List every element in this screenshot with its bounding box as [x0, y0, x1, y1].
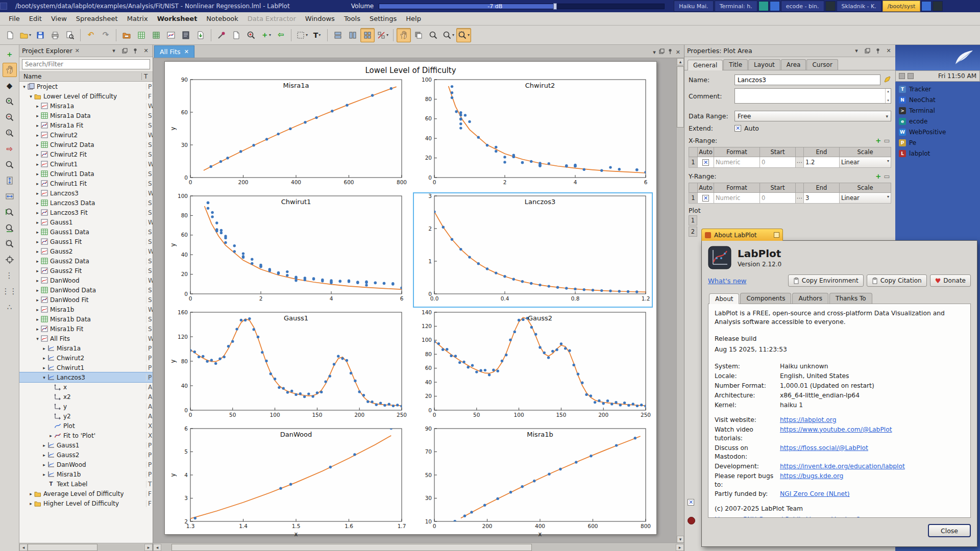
range-scale-select[interactable]: Linear ▾	[840, 157, 891, 168]
plot-row-2[interactable]: 2	[689, 227, 697, 237]
background-window-tile[interactable]	[758, 1, 769, 11]
new-matrix-button[interactable]	[149, 28, 163, 42]
deskbar-logo-box[interactable]	[895, 45, 980, 70]
copy-environment-button[interactable]: Copy Environment	[788, 274, 864, 287]
range-start-cell[interactable]: 0	[760, 157, 796, 168]
extend-auto-checkbox[interactable]: ✕	[734, 125, 741, 132]
tree-item-all-fits[interactable]: ▾All FitsW	[19, 334, 153, 343]
add-plus-button[interactable]: ＋	[3, 47, 17, 61]
plot-visibility-checkbox[interactable]: ✕	[688, 499, 694, 506]
scroll-left-icon[interactable]: ◂	[153, 544, 161, 551]
chevron-right-icon[interactable]: ▸	[48, 433, 54, 438]
menu-spreadsheet[interactable]: Spreadsheet	[71, 13, 122, 24]
zoom-area-button[interactable]	[3, 237, 17, 251]
deskbar-app-webpositive[interactable]: WWebPositive	[895, 127, 980, 137]
tree-item-gauss2[interactable]: ▸Gauss2W	[19, 246, 153, 256]
chevron-down-icon[interactable]: ▾	[653, 49, 656, 56]
chevron-right-icon[interactable]: ▸	[35, 268, 40, 273]
zoom-out-button[interactable]	[3, 110, 17, 124]
layout-break-button[interactable]: ▾	[375, 28, 390, 42]
add-new-button[interactable]: ＋▾	[259, 28, 273, 42]
tree-item-chwirut1[interactable]: ▸Chwirut1W	[19, 159, 153, 169]
chevron-down-icon[interactable]: ▾	[35, 336, 40, 341]
background-window-tile[interactable]	[825, 1, 836, 11]
tree-item-gauss2[interactable]: ▸Gauss2P	[19, 450, 153, 460]
chevron-right-icon[interactable]: ▸	[35, 210, 40, 215]
about-dialog-titlebar[interactable]: About LabPlot	[701, 229, 783, 241]
tree-item-misra1a-fit[interactable]: ▸Misra1a FitS	[19, 120, 153, 130]
external-link[interactable]: https://invent.kde.org/education/labplot	[780, 463, 905, 470]
background-window-tab[interactable]: Haiku Mai.	[674, 1, 713, 12]
zoom-original-button[interactable]: 1	[3, 126, 17, 140]
chevron-right-icon[interactable]: ▸	[35, 307, 40, 312]
background-window-tab[interactable]: Skladnik - K.	[837, 1, 881, 12]
range-start-cell[interactable]: 0	[760, 193, 796, 204]
add-y-range-icon[interactable]: ＋	[874, 172, 883, 181]
navigate-back-button[interactable]: ⇦	[274, 28, 288, 42]
tree-item-chwirut2[interactable]: ▸Chwirut2P	[19, 353, 153, 363]
chevron-right-icon[interactable]: ▸	[35, 191, 40, 196]
tree-item-danwood-fit[interactable]: ▸DanWood FitS	[19, 295, 153, 305]
deskbar-app-tracker[interactable]: TTracker	[895, 84, 980, 94]
range-format-cell[interactable]: Numeric	[714, 193, 760, 204]
print-button[interactable]	[48, 28, 62, 42]
pin-icon[interactable]	[131, 47, 139, 55]
menu-matrix[interactable]: Matrix	[122, 13, 153, 24]
chevron-down-icon[interactable]: ▾	[852, 47, 861, 55]
chevron-right-icon[interactable]: ▸	[35, 181, 40, 186]
plot-chwirut1[interactable]: 0246020406080100Chwirut1y	[169, 192, 409, 308]
scroll-right-icon[interactable]: ▸	[676, 544, 684, 551]
worksheet-vscrollbar[interactable]: ▴ ▾	[676, 58, 684, 543]
volume-slider-knob[interactable]	[553, 3, 557, 10]
chevron-right-icon[interactable]: ▸	[41, 356, 47, 361]
tree-item-danwood-data[interactable]: ▸DanWood DataS	[19, 285, 153, 295]
chevron-right-icon[interactable]: ▸	[35, 142, 40, 147]
chevron-right-icon[interactable]: ▸	[41, 365, 47, 370]
layout-grid-button[interactable]	[360, 28, 375, 42]
deskbar-app-ecode[interactable]: eecode	[895, 116, 980, 127]
chevron-right-icon[interactable]: ▸	[35, 171, 40, 177]
license-link[interactable]: License: GNU General Public License Vers…	[715, 516, 861, 518]
new-worksheet-button[interactable]	[164, 28, 178, 42]
dots-vertical-2-button[interactable]: ⋮⋮	[3, 284, 17, 298]
background-window-tab[interactable]: /boot/syst	[883, 1, 920, 12]
chevron-right-icon[interactable]: ▸	[35, 220, 40, 225]
comment-scroll-arrows[interactable]: ▴▾	[885, 89, 891, 103]
deskbar-app-labplot[interactable]: Llabplot	[895, 148, 980, 159]
properties-tab-general[interactable]: General	[688, 60, 723, 70]
chevron-right-icon[interactable]: ▸	[35, 201, 40, 206]
navigate-hand-button[interactable]	[3, 63, 17, 77]
chevron-right-icon[interactable]: ▸	[35, 297, 40, 303]
tree-item-chwirut1-fit[interactable]: ▸Chwirut1 FitS	[19, 179, 153, 188]
float-panel-icon[interactable]	[120, 47, 129, 55]
external-link[interactable]: https://www.youtube.com/@LabPlot	[780, 426, 892, 433]
close-icon[interactable]: ✕	[75, 47, 80, 54]
background-window-tile[interactable]	[770, 1, 780, 11]
plot-gauss2[interactable]: 050100150200250020406080100120140Gauss2	[413, 309, 653, 424]
tree-item-chwirut2-data[interactable]: ▸Chwirut2 DataS	[19, 140, 153, 149]
remove-x-range-icon[interactable]: ▭	[883, 136, 891, 145]
scroll-left-icon[interactable]: ◂	[19, 544, 28, 551]
data-extractor-button[interactable]	[244, 28, 258, 42]
plot-misra1a[interactable]: 02004006008000306090Misra1ay	[169, 76, 409, 191]
data-range-select[interactable]: Free ▾	[734, 111, 891, 121]
chevron-right-icon[interactable]: ▸	[41, 453, 47, 458]
shift-view-button[interactable]: ⇨	[3, 142, 17, 156]
chevron-right-icon[interactable]: ▸	[35, 288, 40, 293]
menu-settings[interactable]: Settings	[365, 13, 401, 24]
tree-item-fit-to-plot-[interactable]: ▸Fit to 'Plot'X	[19, 431, 153, 440]
menu-data-extractor[interactable]: Data Extractor	[243, 13, 301, 24]
chevron-right-icon[interactable]: ▸	[35, 327, 40, 332]
chevron-right-icon[interactable]: ▸	[35, 162, 40, 167]
external-link[interactable]: NGI Zero Core (NLnet)	[780, 490, 850, 497]
new-project-button[interactable]	[3, 28, 17, 42]
zoom-in-button[interactable]	[3, 94, 17, 109]
chevron-right-icon[interactable]: ▸	[28, 491, 34, 496]
tab-close-icon[interactable]: ✕	[184, 48, 189, 55]
tree-item-lanczos3-data[interactable]: ▸Lanczos3 DataS	[19, 198, 153, 208]
fit-width-button[interactable]	[3, 189, 17, 204]
plot-misra1b[interactable]: 02004006008001030507090Misra1bx	[413, 425, 653, 540]
external-link[interactable]: https://bugs.kde.org	[780, 472, 843, 480]
chevron-right-icon[interactable]: ▸	[35, 259, 40, 264]
pin-icon[interactable]	[668, 48, 673, 56]
